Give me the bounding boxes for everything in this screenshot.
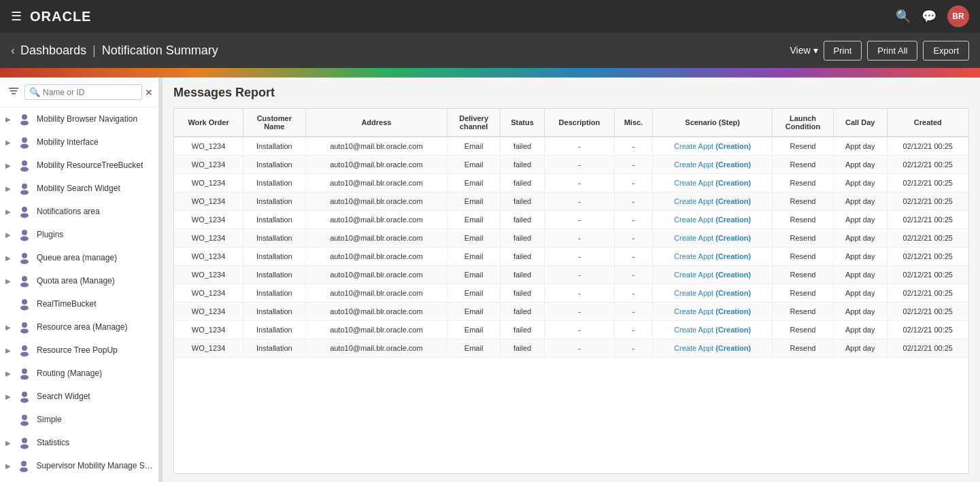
cell-scenario[interactable]: Create Appt (Creation) <box>653 137 773 156</box>
person-icon <box>18 320 31 334</box>
view-button[interactable]: View ▾ <box>790 45 818 56</box>
scenario-step[interactable]: (Creation) <box>715 179 751 187</box>
cell-customer-name: Installation <box>243 174 306 192</box>
back-button[interactable]: ‹ <box>11 44 15 58</box>
sidebar-item-realtime-bucket[interactable]: RealTimeBucket <box>0 292 158 315</box>
scenario-link[interactable]: Create Appt <box>674 289 713 297</box>
cell-work-order: WO_1234 <box>174 156 243 174</box>
cell-scenario[interactable]: Create Appt (Creation) <box>653 174 773 192</box>
cell-scenario[interactable]: Create Appt (Creation) <box>653 156 773 174</box>
export-button[interactable]: Export <box>923 41 969 61</box>
sidebar-label: Plugins <box>37 230 63 239</box>
sidebar-item-statistics[interactable]: ▶ Statistics <box>0 431 158 454</box>
scenario-step[interactable]: (Creation) <box>715 216 751 224</box>
cell-scenario[interactable]: Create Appt (Creation) <box>653 303 773 321</box>
messages-table-wrap: Work Order CustomerName Address Delivery… <box>173 108 969 474</box>
scenario-link[interactable]: Create Appt <box>674 271 713 279</box>
sidebar-item-resource-tree-popup[interactable]: ▶ Resource Tree PopUp <box>0 339 158 362</box>
scenario-step[interactable]: (Creation) <box>715 234 751 242</box>
svg-point-17 <box>22 276 27 281</box>
sidebar-item-notifications-area[interactable]: ▶ Notifications area <box>0 200 158 223</box>
breadcrumb-dashboards[interactable]: Dashboards <box>20 44 86 57</box>
cell-scenario[interactable]: Create Appt (Creation) <box>653 266 773 284</box>
scenario-link[interactable]: Create Appt <box>674 179 713 187</box>
cell-scenario[interactable]: Create Appt (Creation) <box>653 284 773 303</box>
cell-scenario[interactable]: Create Appt (Creation) <box>653 192 773 211</box>
scenario-step[interactable]: (Creation) <box>715 271 751 279</box>
sidebar-item-mobility-browser[interactable]: ▶ Mobility Browser Navigation <box>0 107 158 131</box>
sidebar-item-routing-manage[interactable]: ▶ Routing (Manage) <box>0 362 158 385</box>
cell-delivery: Email <box>447 229 501 247</box>
main-content: Messages Report Work Order CustomerName … <box>163 78 980 482</box>
col-scenario: Scenario (Step) <box>653 109 773 137</box>
cell-launch: Resend <box>773 321 834 339</box>
cell-created: 02/12/21 00:25 <box>887 266 968 284</box>
filter-icon[interactable] <box>5 83 22 101</box>
sidebar-label: RealTimeBucket <box>37 299 97 309</box>
print-all-button[interactable]: Print All <box>867 41 917 61</box>
scenario-link[interactable]: Create Appt <box>674 326 713 334</box>
sidebar-item-simple[interactable]: Simple <box>0 408 158 431</box>
cell-address: auto10@mail.blr.oracle.com <box>305 321 447 339</box>
cell-status: failed <box>501 137 545 156</box>
scenario-step[interactable]: (Creation) <box>715 289 751 297</box>
cell-work-order: WO_1234 <box>174 211 243 229</box>
cell-address: auto10@mail.blr.oracle.com <box>305 247 447 266</box>
print-button[interactable]: Print <box>824 41 862 61</box>
scenario-link[interactable]: Create Appt <box>674 307 713 315</box>
cell-status: failed <box>501 174 545 192</box>
cell-scenario[interactable]: Create Appt (Creation) <box>653 321 773 339</box>
cell-scenario[interactable]: Create Appt (Creation) <box>653 211 773 229</box>
scenario-step[interactable]: (Creation) <box>715 252 751 260</box>
cell-launch: Resend <box>773 137 834 156</box>
table-row: WO_1234 Installation auto10@mail.blr.ora… <box>174 321 968 339</box>
message-icon[interactable]: 💬 <box>922 9 936 24</box>
hamburger-menu[interactable]: ☰ <box>11 9 22 24</box>
svg-point-15 <box>22 253 27 258</box>
scenario-link[interactable]: Create Appt <box>674 197 713 205</box>
cell-description: - <box>545 303 615 321</box>
scenario-step[interactable]: (Creation) <box>715 160 751 169</box>
scenario-step[interactable]: (Creation) <box>715 307 751 315</box>
scenario-step[interactable]: (Creation) <box>715 197 751 205</box>
scenario-link[interactable]: Create Appt <box>674 142 713 150</box>
scenario-link[interactable]: Create Appt <box>674 344 713 352</box>
svg-point-28 <box>20 398 29 403</box>
sidebar-item-mobility-resource-tree[interactable]: ▶ Mobility ResourceTreeBucket <box>0 154 158 177</box>
sidebar-item-mobility-interface[interactable]: ▶ Mobility Interface <box>0 131 158 154</box>
cell-scenario[interactable]: Create Appt (Creation) <box>653 247 773 266</box>
scenario-link[interactable]: Create Appt <box>674 160 713 169</box>
table-header: Work Order CustomerName Address Delivery… <box>174 109 968 137</box>
sidebar-item-supervisor-mobility[interactable]: ▶ Supervisor Mobility Manage Scree <box>0 454 158 477</box>
clear-search-button[interactable]: ✕ <box>145 87 153 98</box>
scenario-step[interactable]: (Creation) <box>715 344 751 352</box>
cell-created: 02/12/21 00:25 <box>887 303 968 321</box>
sidebar-item-quota-area[interactable]: ▶ Quota area (Manage) <box>0 269 158 292</box>
expand-icon: ▶ <box>5 347 12 354</box>
scenario-link[interactable]: Create Appt <box>674 252 713 260</box>
cell-misc: - <box>614 321 653 339</box>
cell-status: failed <box>501 339 545 358</box>
person-icon <box>18 436 31 449</box>
svg-point-34 <box>20 468 28 472</box>
search-icon[interactable]: 🔍 <box>896 9 911 24</box>
scenario-step[interactable]: (Creation) <box>715 142 751 150</box>
col-created: Created <box>887 109 968 137</box>
cell-scenario[interactable]: Create Appt (Creation) <box>653 229 773 247</box>
scenario-step[interactable]: (Creation) <box>715 326 751 334</box>
sidebar-item-tools-area[interactable]: ▶ Tools area (manage) <box>0 477 158 482</box>
sidebar-item-plugins[interactable]: ▶ Plugins <box>0 223 158 246</box>
sidebar-item-mobility-search-widget[interactable]: ▶ Mobility Search Widget <box>0 177 158 200</box>
scenario-link[interactable]: Create Appt <box>674 234 713 242</box>
cell-work-order: WO_1234 <box>174 137 243 156</box>
scenario-link[interactable]: Create Appt <box>674 216 713 224</box>
sidebar-search-input[interactable] <box>43 88 137 97</box>
cell-scenario[interactable]: Create Appt (Creation) <box>653 339 773 358</box>
sidebar-item-resource-area[interactable]: ▶ Resource area (Manage) <box>0 315 158 339</box>
search-input-wrap[interactable]: 🔍 <box>24 84 142 100</box>
sidebar-item-search-widget[interactable]: ▶ Search Widget <box>0 385 158 408</box>
expand-icon: ▶ <box>5 393 12 400</box>
user-avatar[interactable]: BR <box>947 5 969 27</box>
cell-created: 02/12/21 00:25 <box>887 321 968 339</box>
sidebar-item-queue-area[interactable]: ▶ Queue area (manage) <box>0 246 158 269</box>
